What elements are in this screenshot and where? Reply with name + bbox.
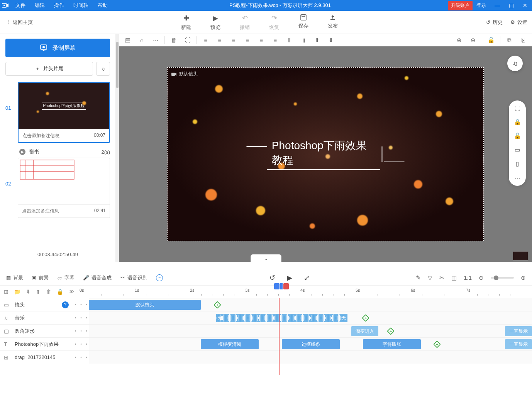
login-button[interactable]: 登录	[473, 2, 490, 9]
phone-icon[interactable]: ▯	[516, 160, 519, 167]
float-music-button[interactable]: ♫	[507, 56, 523, 71]
head-tail-button[interactable]: ＋片头片尾	[5, 62, 93, 76]
eye-icon[interactable]: 👁	[69, 289, 74, 295]
track-content[interactable]	[89, 351, 532, 364]
thumb-note[interactable]: 点击添加备注信息	[22, 133, 59, 139]
rewind-icon[interactable]: ↺	[269, 274, 275, 282]
minimize-button[interactable]: —	[490, 2, 504, 9]
thumb-card[interactable]: 点击添加备注信息 02:41	[18, 158, 110, 218]
maximize-button[interactable]: ▢	[504, 2, 518, 9]
canvas-viewport[interactable]: 默认镜头 Photoshop下雨效果教程 ♫ ⛶ 🔒 🔓 ▭ ▯ ⋯	[119, 46, 532, 262]
zoom-slider[interactable]	[491, 277, 514, 279]
playhead-handle[interactable]	[274, 283, 289, 289]
clip-text-a[interactable]: 模糊变清晰	[201, 339, 259, 349]
clip-audio[interactable]: 无 无	[216, 314, 347, 322]
align-top-icon[interactable]: ≡	[241, 35, 254, 46]
track-options[interactable]: • • •	[75, 355, 89, 359]
track-content[interactable]: 默认镜头 +	[89, 298, 532, 311]
save-button[interactable]: 保存	[298, 14, 308, 31]
lock-icon[interactable]: 🔒	[57, 289, 63, 295]
help-icon[interactable]: ?	[62, 301, 69, 308]
distribute-h-icon[interactable]: ⫴	[283, 35, 296, 46]
thumb-card[interactable]: Photoshop下雨效果教程 点击添加备注信息 00:07	[18, 82, 110, 143]
align-left-icon[interactable]: ≡	[199, 35, 212, 46]
clip-rect-in[interactable]: 渐变进入	[351, 326, 378, 336]
zoom-out-icon[interactable]: ⊖	[479, 274, 484, 281]
fullscreen-icon[interactable]: ⛶	[515, 105, 520, 112]
play-icon[interactable]: ▶	[287, 274, 292, 282]
bring-front-icon[interactable]: ⬆	[310, 35, 324, 46]
video-title-overlay[interactable]: Photoshop下雨效果教程	[247, 138, 405, 170]
more-icon[interactable]: ⋯	[515, 174, 520, 181]
thumb-note[interactable]: 点击添加备注信息	[22, 208, 59, 214]
new-button[interactable]: ✚新建	[181, 14, 191, 31]
copy-icon[interactable]: ⧉	[503, 35, 516, 46]
collapse-tab[interactable]: ⌄	[251, 254, 281, 262]
preview-button[interactable]: ▶预览	[210, 14, 220, 31]
add-track-icon[interactable]: ⊞	[4, 289, 8, 295]
publish-button[interactable]: 发布	[328, 14, 338, 31]
clip-text-c[interactable]: 字符膨胀	[363, 339, 421, 349]
menu-help[interactable]: 帮助	[93, 2, 112, 9]
menu-action[interactable]: 操作	[49, 2, 69, 9]
zoom-in-icon[interactable]: ⊕	[521, 274, 526, 281]
video-frame[interactable]: 默认镜头 Photoshop下雨效果教程	[167, 67, 484, 241]
keyframe[interactable]: +	[433, 340, 441, 348]
upgrade-button[interactable]: 升级账户	[448, 1, 473, 10]
close-button[interactable]: ✕	[518, 2, 532, 9]
clip-shot[interactable]: 默认镜头	[89, 300, 201, 310]
menu-edit[interactable]: 编辑	[30, 2, 49, 9]
tab-foreground[interactable]: ▣前景	[32, 274, 49, 281]
clip-rect-hold[interactable]: 一直显示	[505, 326, 532, 336]
edit-icon[interactable]: ✎	[416, 274, 421, 281]
sidebar-scrollbar[interactable]	[116, 34, 119, 262]
tab-tts[interactable]: 🎤语音合成	[83, 274, 112, 281]
monitor-icon[interactable]: ▭	[515, 146, 520, 153]
trash-icon[interactable]: 🗑	[167, 35, 180, 46]
track-content[interactable]: 模糊变清晰 边框线条 字符膨胀 + 一直显示	[89, 338, 532, 350]
home-icon[interactable]: ⌂	[135, 35, 148, 46]
paste-icon[interactable]: ⎘	[517, 35, 530, 46]
zoom-in-icon[interactable]: ⊕	[452, 35, 466, 46]
import-icon[interactable]: ⬇	[26, 289, 30, 295]
time-ruler[interactable]: 0s1s2s3s4s5s6s7s	[80, 286, 528, 298]
record-button[interactable]: 录制屏幕	[5, 39, 110, 57]
delete-icon[interactable]: 🗑	[46, 289, 51, 295]
fit-icon[interactable]: 1:1	[464, 274, 472, 281]
scan-icon[interactable]: ⛶	[181, 35, 194, 46]
undo-button[interactable]: ↶撤销	[240, 14, 250, 31]
align-right-icon[interactable]: ≡	[227, 35, 240, 46]
history-button[interactable]: ↺历史	[486, 19, 503, 26]
keyframe[interactable]: +	[362, 314, 369, 322]
menu-timeline[interactable]: 时间轴	[69, 2, 93, 9]
clip-text-b[interactable]: 边框线条	[282, 339, 340, 349]
tab-background[interactable]: ▨背景	[6, 274, 23, 281]
split-icon[interactable]: ◫	[451, 274, 457, 281]
track-options[interactable]: • • •	[75, 329, 89, 333]
minimap[interactable]	[513, 251, 528, 260]
distribute-v-icon[interactable]: ⫼	[296, 35, 310, 46]
tab-asr[interactable]: 〰语音识别	[120, 274, 147, 281]
track-content[interactable]: 无 无 +	[89, 311, 532, 324]
layers-icon[interactable]: ▤	[121, 35, 134, 46]
track-options[interactable]: • • •	[75, 303, 89, 307]
lock-icon[interactable]: 🔒	[514, 119, 521, 126]
tab-more[interactable]: ⋯	[156, 274, 163, 281]
cut-icon[interactable]: ✂	[439, 274, 444, 281]
export-icon[interactable]: ⬆	[36, 289, 41, 295]
expand-icon[interactable]: ⤢	[304, 274, 310, 282]
back-button[interactable]: 〈 返回主页	[5, 19, 33, 26]
settings-button[interactable]: ⚙设置	[510, 19, 527, 26]
tab-subtitle[interactable]: ㏄字幕	[57, 274, 75, 281]
keyframe[interactable]: +	[213, 301, 221, 309]
zoom-out-icon[interactable]: ⊖	[466, 35, 479, 46]
menu-file[interactable]: 文件	[11, 2, 30, 9]
redo-button[interactable]: ↷恢复	[269, 14, 279, 31]
transition-row[interactable]: ▶ 翻书 2(s)	[5, 146, 110, 158]
folder-icon[interactable]: 📁	[14, 289, 20, 295]
unlock-icon[interactable]: 🔓	[485, 35, 498, 46]
playhead[interactable]	[279, 298, 280, 375]
track-options[interactable]: • • •	[75, 342, 89, 346]
music-button[interactable]: ♫	[96, 62, 110, 76]
align-center-h-icon[interactable]: ≡	[213, 35, 226, 46]
